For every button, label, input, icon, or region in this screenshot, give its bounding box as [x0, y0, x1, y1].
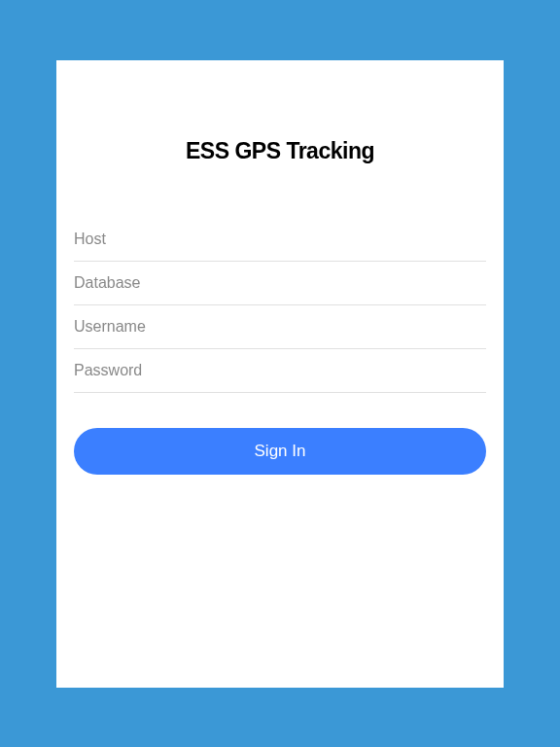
password-input[interactable]: [74, 349, 486, 393]
login-form: Sign In: [56, 218, 504, 475]
login-card: ESS GPS Tracking Sign In: [56, 60, 504, 688]
username-input[interactable]: [74, 305, 486, 349]
database-input[interactable]: [74, 262, 486, 305]
signin-button[interactable]: Sign In: [74, 428, 486, 475]
app-title: ESS GPS Tracking: [56, 138, 504, 164]
host-input[interactable]: [74, 218, 486, 262]
